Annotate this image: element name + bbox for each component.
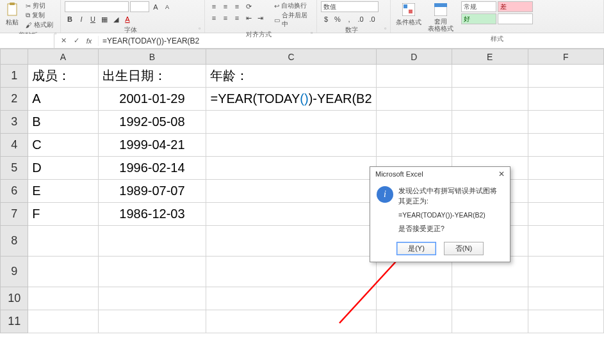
table-format-button[interactable]: 套用 表格格式 [427, 1, 455, 33]
cell-C6[interactable] [206, 180, 376, 203]
style-good[interactable]: 好 [461, 13, 496, 24]
cell-B6[interactable]: 1989-07-07 [98, 180, 206, 203]
cell-C11[interactable] [206, 310, 376, 333]
style-normal[interactable]: 常规 [461, 1, 496, 12]
style-more[interactable] [498, 13, 533, 24]
column-header-A[interactable]: A [28, 49, 98, 65]
dialog-no-button[interactable]: 否(N) [444, 242, 484, 255]
align-bottom-button[interactable]: ≡ [232, 1, 242, 12]
column-header-B[interactable]: B [98, 49, 206, 65]
cell-A6[interactable]: E [28, 180, 98, 203]
indent-more-button[interactable]: ⇥ [255, 13, 265, 23]
italic-button[interactable]: I [76, 14, 86, 24]
cell-C7[interactable] [206, 203, 376, 226]
paste-button[interactable]: 粘贴 [4, 1, 20, 28]
row-header-3[interactable]: 3 [1, 111, 28, 134]
column-header-C[interactable]: C [206, 49, 376, 65]
cell-E10[interactable] [452, 287, 528, 310]
row-header-8[interactable]: 8 [1, 226, 28, 257]
cell-A3[interactable]: B [28, 111, 98, 134]
cell-B5[interactable]: 1996-02-14 [98, 157, 206, 180]
cell-A9[interactable] [28, 257, 98, 287]
cell-A5[interactable]: D [28, 157, 98, 180]
cell-F4[interactable] [528, 134, 604, 157]
row-header-7[interactable]: 7 [1, 203, 28, 226]
cell-B1[interactable]: 出生日期： [98, 65, 206, 88]
cell-B3[interactable]: 1992-05-08 [98, 111, 206, 134]
cell-F3[interactable] [528, 111, 604, 134]
cell-B10[interactable] [98, 287, 206, 310]
cell-F1[interactable] [528, 65, 604, 88]
cell-D11[interactable] [376, 310, 452, 333]
font-family-select[interactable] [65, 1, 129, 12]
increase-decimal-button[interactable]: .0 [355, 14, 366, 24]
cell-E2[interactable] [452, 88, 528, 111]
cell-C5[interactable] [206, 157, 376, 180]
cell-C1[interactable]: 年龄： [206, 65, 376, 88]
row-header-1[interactable]: 1 [1, 65, 28, 88]
cell-D2[interactable] [376, 88, 452, 111]
cell-F2[interactable] [528, 88, 604, 111]
formula-input[interactable]: =YEAR(TODAY())-YEAR(B2 [99, 35, 604, 47]
cell-B11[interactable] [98, 310, 206, 333]
cell-C9[interactable] [206, 257, 376, 287]
decrease-decimal-button[interactable]: .0 [367, 14, 377, 24]
cell-F11[interactable] [528, 310, 604, 333]
cell-D1[interactable] [376, 65, 452, 88]
cell-B2[interactable]: 2001-01-29 [98, 88, 206, 111]
cell-A4[interactable]: C [28, 134, 98, 157]
cell-C3[interactable] [206, 111, 376, 134]
cell-F9[interactable] [528, 257, 604, 287]
align-top-button[interactable]: ≡ [209, 1, 219, 12]
row-header-11[interactable]: 11 [1, 310, 28, 333]
number-format-select[interactable]: 数值 [321, 1, 379, 12]
cell-C10[interactable] [206, 287, 376, 310]
copy-button[interactable]: ⧉复制 [24, 11, 54, 20]
increase-font-button[interactable]: A [151, 2, 161, 12]
row-header-10[interactable]: 10 [1, 287, 28, 310]
row-header-5[interactable]: 5 [1, 157, 28, 180]
align-middle-button[interactable]: ≡ [220, 1, 231, 12]
number-launcher-icon[interactable]: ▫ [384, 26, 386, 31]
cell-F7[interactable] [528, 203, 604, 226]
cell-A8[interactable] [28, 226, 98, 257]
cell-F8[interactable] [528, 226, 604, 257]
font-color-button[interactable]: A [122, 14, 133, 24]
column-header-E[interactable]: E [452, 49, 528, 65]
align-left-button[interactable]: ≡ [209, 13, 219, 23]
style-bad[interactable]: 差 [498, 1, 533, 12]
cell-D3[interactable] [376, 111, 452, 134]
cell-F10[interactable] [528, 287, 604, 310]
fx-button[interactable]: fx [84, 36, 94, 46]
cell-E3[interactable] [452, 111, 528, 134]
underline-button[interactable]: U [88, 14, 98, 24]
dialog-close-button[interactable]: ✕ [498, 170, 505, 178]
orientation-button[interactable]: ⟳ [243, 1, 254, 12]
row-header-4[interactable]: 4 [1, 134, 28, 157]
cell-D4[interactable] [376, 134, 452, 157]
cancel-formula-button[interactable]: ✕ [58, 36, 69, 46]
font-launcher-icon[interactable]: ▫ [199, 26, 200, 31]
enter-formula-button[interactable]: ✓ [71, 36, 81, 46]
cell-E11[interactable] [452, 310, 528, 333]
align-center-button[interactable]: ≡ [220, 13, 231, 23]
cell-B8[interactable] [98, 226, 206, 257]
cell-B7[interactable]: 1986-12-03 [98, 203, 206, 226]
indent-less-button[interactable]: ⇤ [243, 13, 254, 23]
wrap-text-button[interactable]: ↩自动换行 [273, 1, 313, 10]
conditional-format-button[interactable]: 条件格式 [395, 1, 423, 28]
cell-A7[interactable]: F [28, 203, 98, 226]
cell-E4[interactable] [452, 134, 528, 157]
comma-button[interactable]: , [344, 14, 354, 24]
bold-button[interactable]: B [65, 14, 75, 24]
cell-D10[interactable] [376, 287, 452, 310]
row-header-2[interactable]: 2 [1, 88, 28, 111]
dialog-yes-button[interactable]: 是(Y) [396, 242, 436, 255]
cell-B9[interactable] [98, 257, 206, 287]
column-header-D[interactable]: D [376, 49, 452, 65]
format-painter-button[interactable]: 🖌格式刷 [24, 20, 54, 29]
currency-button[interactable]: $ [321, 14, 331, 24]
cell-C8[interactable] [206, 226, 376, 257]
cell-F6[interactable] [528, 180, 604, 203]
cell-A2[interactable]: A [28, 88, 98, 111]
